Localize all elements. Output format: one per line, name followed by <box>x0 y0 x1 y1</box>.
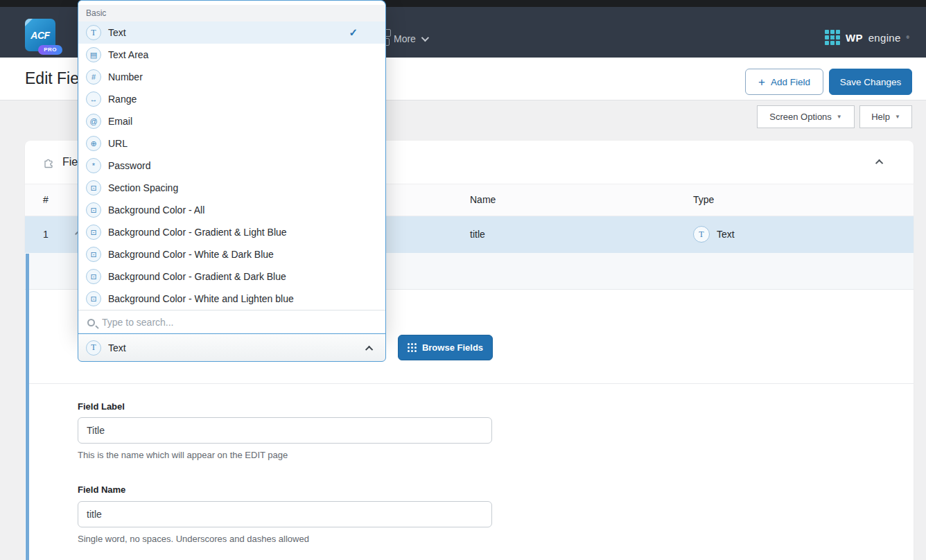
field-type-option-label: Background Color - White & Dark Blue <box>108 249 274 260</box>
range-icon: ↔ <box>86 91 101 107</box>
save-changes-button[interactable]: Save Changes <box>829 69 912 95</box>
cube-icon: ⊡ <box>86 180 101 195</box>
search-icon <box>87 319 95 326</box>
plus-icon: + <box>758 76 765 88</box>
field-type-option-label: Section Spacing <box>108 182 178 193</box>
field-type-option-label: Range <box>108 94 137 105</box>
row-number: 1 <box>43 229 49 240</box>
url-icon: ⊕ <box>86 136 101 151</box>
puzzle-icon <box>42 155 55 169</box>
acf-edit-field-group-screen: ACF PRO More WP engine ® Edit Field Grou… <box>0 0 926 560</box>
help-flap[interactable]: Help ▼ <box>859 105 912 128</box>
browse-fields-button[interactable]: Browse Fields <box>398 335 493 360</box>
registered-mark: ® <box>907 35 909 40</box>
field-type-option-label: Number <box>108 71 143 82</box>
chevron-down-icon <box>421 34 429 42</box>
wpengine-engine-text: engine <box>868 32 901 44</box>
field-type-option-label: Background Color - White and Lighten blu… <box>108 293 294 304</box>
field-type-option-label: Text <box>108 27 126 38</box>
text-icon: T <box>86 25 101 40</box>
password-icon: * <box>86 158 101 173</box>
field-type-option-label: Text Area <box>108 49 148 60</box>
panel-collapse-button[interactable] <box>875 157 886 168</box>
field-type-option[interactable]: ⊡ Section Spacing ✓ <box>78 177 385 199</box>
caret-down-icon: ▼ <box>837 114 842 120</box>
email-icon: @ <box>86 114 101 129</box>
column-header-type: Type <box>693 194 714 205</box>
field-type-option-label: Background Color - Gradient & Light Blue <box>108 227 287 238</box>
field-type-select-value: Text <box>108 342 126 353</box>
screen-options-flap[interactable]: Screen Options ▼ <box>757 105 855 128</box>
cube-icon: ⊡ <box>86 202 101 218</box>
nav-more-label: More <box>394 33 416 44</box>
cube-icon: ⊡ <box>86 269 101 284</box>
field-type-option-label: Password <box>108 160 150 171</box>
field-label-label: Field Label <box>78 401 125 412</box>
dropdown-search-row <box>78 310 385 334</box>
field-type-option[interactable]: ⊡ Background Color - Gradient & Dark Blu… <box>78 265 385 288</box>
nav-more-menu[interactable]: More <box>394 32 427 46</box>
wpengine-grid-icon <box>825 30 840 45</box>
row-name: title <box>470 229 485 240</box>
textarea-icon: ▤ <box>86 47 101 62</box>
caret-down-icon: ▼ <box>895 114 900 120</box>
open-field-accent-bar <box>26 254 29 560</box>
browse-fields-label: Browse Fields <box>422 342 483 353</box>
field-type-option[interactable]: ↔ Range ✓ <box>78 88 385 110</box>
save-changes-label: Save Changes <box>840 77 902 87</box>
field-type-dropdown-popup: Basic T Text ✓ ▤ Text Area ✓ # Number ✓ … <box>78 0 386 334</box>
row-type-label: Text <box>717 229 735 240</box>
field-type-option-label: Background Color - All <box>108 204 204 216</box>
cube-icon: ⊡ <box>86 291 101 306</box>
field-type-option[interactable]: ▤ Text Area ✓ <box>78 44 385 66</box>
checkmark-icon: ✓ <box>349 26 358 39</box>
text-type-icon: T <box>693 226 710 243</box>
field-type-search-input[interactable] <box>102 317 365 328</box>
field-type-option-label: Background Color - Gradient & Dark Blue <box>108 271 286 282</box>
field-label-input[interactable] <box>78 417 492 444</box>
field-name-label: Field Name <box>78 484 125 495</box>
acf-logo[interactable]: ACF PRO <box>25 19 55 51</box>
field-type-option[interactable]: ⊡ Background Color - White & Dark Blue ✓ <box>78 243 385 265</box>
field-type-option[interactable]: T Text ✓ <box>78 21 385 44</box>
settings-divider <box>29 383 914 384</box>
field-name-help: Single word, no spaces. Underscores and … <box>78 534 309 544</box>
chevron-up-icon <box>367 342 373 354</box>
field-name-input[interactable] <box>78 501 492 527</box>
screen-options-label: Screen Options <box>769 112 832 122</box>
field-type-option[interactable]: @ Email ✓ <box>78 110 385 132</box>
field-label-help: This is the name which will appear on th… <box>78 450 288 460</box>
number-icon: # <box>86 69 101 85</box>
acf-logo-text: ACF <box>30 30 49 41</box>
field-type-option[interactable]: ⊡ Background Color - All ✓ <box>78 199 385 221</box>
field-type-option[interactable]: # Number ✓ <box>78 66 385 88</box>
field-type-option-label: Email <box>108 116 132 127</box>
add-field-button[interactable]: + Add Field <box>745 69 823 95</box>
acf-pro-badge: PRO <box>38 45 62 55</box>
column-header-name: Name <box>470 194 496 205</box>
field-type-option[interactable]: ⊡ Background Color - White and Lighten b… <box>78 288 385 310</box>
field-type-option-list: T Text ✓ ▤ Text Area ✓ # Number ✓ ↔ Rang… <box>78 21 385 310</box>
field-type-option-label: URL <box>108 138 128 149</box>
chevron-up-icon <box>875 159 883 167</box>
wpengine-wp-text: WP <box>846 32 863 44</box>
field-type-option[interactable]: * Password ✓ <box>78 155 385 177</box>
field-type-option[interactable]: ⊕ URL ✓ <box>78 132 385 155</box>
field-type-select[interactable]: T Text <box>78 333 386 362</box>
row-type: T Text <box>693 226 735 243</box>
column-header-number: # <box>43 194 49 205</box>
dropdown-group-label: Basic <box>78 5 385 21</box>
field-type-option[interactable]: ⊡ Background Color - Gradient & Light Bl… <box>78 221 385 243</box>
add-field-label: Add Field <box>771 77 810 87</box>
grid-dots-icon <box>408 343 417 352</box>
help-label: Help <box>871 112 890 122</box>
cube-icon: ⊡ <box>86 225 101 240</box>
text-type-icon: T <box>86 340 101 356</box>
wpengine-logo: WP engine ® <box>825 30 909 45</box>
cube-icon: ⊡ <box>86 247 101 262</box>
